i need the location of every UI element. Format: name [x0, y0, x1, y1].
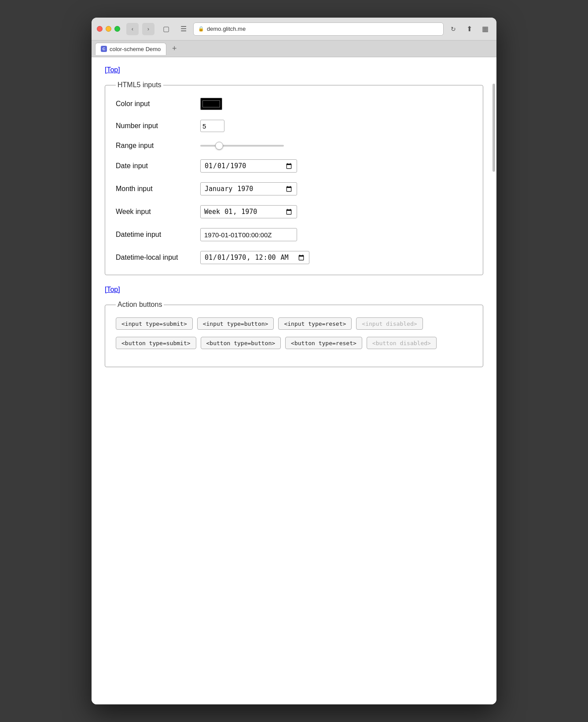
- input-buttons-group: [116, 317, 472, 330]
- back-button[interactable]: ‹: [126, 23, 139, 35]
- week-input-row: Week input: [116, 205, 472, 218]
- title-bar: ‹ › ▢ ☰ 🔒 demo.glitch.me ↻ ⬆ ▦: [92, 18, 496, 41]
- reload-button[interactable]: ↻: [447, 23, 459, 35]
- url-text: demo.glitch.me: [207, 26, 246, 32]
- range-input[interactable]: [200, 145, 284, 147]
- datetime-input-row: Datetime input: [116, 228, 472, 241]
- month-input-row: Month input: [116, 182, 472, 195]
- page-content: [Top] HTML5 inputs Color input Number in…: [92, 57, 496, 704]
- month-input[interactable]: [200, 182, 297, 195]
- button-reset-button[interactable]: <button type=reset>: [285, 337, 362, 349]
- color-input[interactable]: [200, 98, 222, 110]
- menu-button[interactable]: ☰: [177, 23, 190, 35]
- share-button[interactable]: ⬆: [463, 23, 475, 35]
- scrollbar[interactable]: [492, 57, 496, 704]
- datetime-input-label: Datetime input: [116, 231, 195, 239]
- minimize-button[interactable]: [106, 26, 111, 32]
- forward-button[interactable]: ›: [142, 23, 154, 35]
- datetime-input[interactable]: [200, 228, 297, 241]
- color-input-row: Color input: [116, 98, 472, 110]
- html5-inputs-legend: HTML5 inputs: [116, 81, 163, 89]
- sidebar-button[interactable]: ▢: [160, 23, 172, 35]
- tab-favicon: C: [101, 46, 107, 52]
- active-tab[interactable]: C color-scheme Demo: [95, 43, 166, 55]
- week-input-label: Week input: [116, 208, 195, 216]
- top-link-1[interactable]: [Top]: [105, 66, 120, 74]
- maximize-button[interactable]: [114, 26, 120, 32]
- month-input-label: Month input: [116, 185, 195, 193]
- address-bar[interactable]: 🔒 demo.glitch.me: [193, 22, 444, 36]
- button-buttons-group: <button type=submit> <button type=button…: [116, 337, 472, 349]
- range-input-row: Range input: [116, 142, 472, 150]
- lock-icon: 🔒: [198, 26, 204, 32]
- tab-title: color-scheme Demo: [110, 46, 161, 52]
- date-input[interactable]: [200, 159, 297, 173]
- date-input-row: Date input: [116, 159, 472, 173]
- range-input-label: Range input: [116, 142, 195, 150]
- action-buttons-legend: Action buttons: [116, 301, 164, 309]
- tab-bar: C color-scheme Demo +: [92, 41, 496, 57]
- datetime-local-input-row: Datetime-local input: [116, 251, 472, 264]
- input-button-button[interactable]: [197, 317, 274, 330]
- datetime-local-input[interactable]: [200, 251, 309, 264]
- input-disabled-button: [356, 317, 423, 330]
- scrollbar-thumb[interactable]: [492, 84, 495, 172]
- browser-window: ‹ › ▢ ☰ 🔒 demo.glitch.me ↻ ⬆ ▦ C color-s…: [92, 18, 496, 704]
- number-input-row: Number input: [116, 120, 472, 132]
- html5-inputs-section: HTML5 inputs Color input Number input Ra…: [105, 81, 483, 275]
- input-submit-button[interactable]: [116, 317, 193, 330]
- traffic-lights: [97, 26, 120, 32]
- number-input[interactable]: [200, 120, 224, 132]
- week-input[interactable]: [200, 205, 297, 218]
- number-input-label: Number input: [116, 122, 195, 130]
- new-tab-button[interactable]: +: [168, 43, 180, 55]
- color-input-label: Color input: [116, 100, 195, 108]
- button-disabled-button: <button disabled>: [367, 337, 437, 349]
- button-submit-button[interactable]: <button type=submit>: [116, 337, 196, 349]
- close-button[interactable]: [97, 26, 103, 32]
- date-input-label: Date input: [116, 162, 195, 170]
- action-buttons-section: Action buttons <button type=submit> <but…: [105, 301, 483, 367]
- top-link-2[interactable]: [Top]: [105, 286, 120, 294]
- input-reset-button[interactable]: [278, 317, 352, 330]
- datetime-local-input-label: Datetime-local input: [116, 254, 195, 262]
- button-button-button[interactable]: <button type=button>: [201, 337, 281, 349]
- tabs-button[interactable]: ▦: [479, 23, 491, 35]
